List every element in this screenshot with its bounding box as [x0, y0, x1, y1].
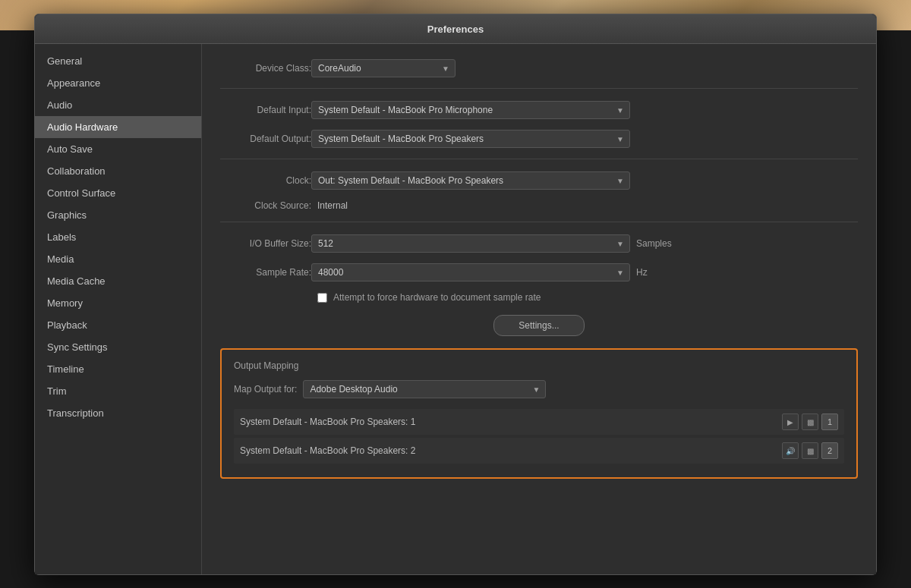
map-output-for-label: Map Output for:	[234, 384, 297, 395]
output-item: System Default - MacBook Pro Speakers: 2…	[234, 438, 844, 464]
map-output-select-wrapper: Adobe Desktop Audio ▼	[303, 380, 546, 398]
output-item-number-badge: 1	[821, 413, 838, 430]
clock-select[interactable]: Out: System Default - MacBook Pro Speake…	[311, 171, 630, 190]
device-class-row: Device Class: CoreAudio ▼	[220, 59, 858, 77]
default-input-row: Default Input: System Default - MacBook …	[220, 101, 858, 119]
default-input-select[interactable]: System Default - MacBook Pro Microphone	[311, 101, 630, 119]
device-class-select[interactable]: CoreAudio	[311, 59, 456, 77]
sidebar-item-graphics[interactable]: Graphics	[35, 204, 201, 226]
map-output-select[interactable]: Adobe Desktop Audio	[303, 380, 546, 398]
force-hardware-row: Attempt to force hardware to document sa…	[317, 292, 858, 303]
preferences-dialog: Preferences GeneralAppearanceAudioAudio …	[34, 14, 877, 575]
settings-btn-container: Settings...	[220, 315, 858, 336]
force-hardware-checkbox[interactable]	[317, 293, 327, 303]
sidebar-item-appearance[interactable]: Appearance	[35, 72, 201, 94]
sidebar-item-timeline[interactable]: Timeline	[35, 358, 201, 380]
sidebar-item-playback[interactable]: Playback	[35, 314, 201, 336]
clock-select-wrapper: Out: System Default - MacBook Pro Speake…	[311, 171, 630, 190]
samples-unit-label: Samples	[636, 238, 672, 249]
settings-button[interactable]: Settings...	[493, 315, 584, 336]
output-item: System Default - MacBook Pro Speakers: 1…	[234, 409, 844, 435]
sidebar-item-media-cache[interactable]: Media Cache	[35, 270, 201, 292]
dialog-title: Preferences	[427, 24, 484, 35]
device-class-select-wrapper: CoreAudio ▼	[311, 59, 456, 77]
output-list: System Default - MacBook Pro Speakers: 1…	[234, 409, 844, 464]
output-mapping-title: Output Mapping	[234, 360, 844, 371]
output-item-channel-icon[interactable]: ▩	[802, 442, 818, 459]
output-item-controls: ▶▩1	[782, 413, 838, 430]
output-item-speaker-icon[interactable]: 🔊	[782, 442, 799, 459]
output-item-label: System Default - MacBook Pro Speakers: 2	[240, 445, 415, 456]
sidebar-item-labels[interactable]: Labels	[35, 226, 201, 248]
clock-source-label: Clock Source:	[220, 200, 311, 211]
default-output-label: Default Output:	[220, 134, 311, 144]
map-output-row: Map Output for: Adobe Desktop Audio ▼	[234, 380, 844, 398]
output-item-number-badge: 2	[821, 442, 838, 459]
divider-1	[220, 88, 858, 89]
buffer-size-label: I/O Buffer Size:	[220, 238, 311, 249]
sidebar-item-general[interactable]: General	[35, 50, 201, 72]
clock-source-row: Clock Source: Internal	[220, 200, 858, 211]
default-output-select[interactable]: System Default - MacBook Pro Speakers	[311, 130, 630, 148]
divider-2	[220, 159, 858, 159]
sample-rate-select-wrapper: 48000 ▼	[311, 263, 630, 281]
sidebar-item-sync-settings[interactable]: Sync Settings	[35, 336, 201, 358]
default-output-select-wrapper: System Default - MacBook Pro Speakers ▼	[311, 130, 630, 148]
modal-body: GeneralAppearanceAudioAudio HardwareAuto…	[35, 44, 876, 574]
sample-rate-row: Sample Rate: 48000 ▼ Hz	[220, 263, 858, 281]
sidebar-item-collaboration[interactable]: Collaboration	[35, 160, 201, 182]
sidebar-item-control-surface[interactable]: Control Surface	[35, 182, 201, 204]
sample-rate-label: Sample Rate:	[220, 267, 311, 278]
default-input-label: Default Input:	[220, 105, 311, 115]
sidebar-item-memory[interactable]: Memory	[35, 292, 201, 314]
sidebar-item-audio-hardware[interactable]: Audio Hardware	[35, 116, 201, 138]
output-item-speaker-right-icon[interactable]: ▶	[782, 413, 799, 430]
output-item-channel-icon[interactable]: ▩	[802, 413, 818, 430]
sidebar-item-audio[interactable]: Audio	[35, 94, 201, 116]
divider-3	[220, 222, 858, 222]
default-input-select-wrapper: System Default - MacBook Pro Microphone …	[311, 101, 630, 119]
sidebar-item-transcription[interactable]: Transcription	[35, 402, 201, 424]
clock-row: Clock: Out: System Default - MacBook Pro…	[220, 171, 858, 190]
default-output-row: Default Output: System Default - MacBook…	[220, 130, 858, 148]
sidebar: GeneralAppearanceAudioAudio HardwareAuto…	[35, 44, 202, 574]
title-bar: Preferences	[35, 14, 876, 44]
sidebar-item-media[interactable]: Media	[35, 248, 201, 270]
buffer-size-row: I/O Buffer Size: 512 ▼ Samples	[220, 234, 858, 253]
content-area: Device Class: CoreAudio ▼ Default Input:…	[202, 44, 876, 574]
sample-rate-select[interactable]: 48000	[311, 263, 630, 281]
sidebar-item-auto-save[interactable]: Auto Save	[35, 138, 201, 160]
clock-source-value: Internal	[317, 200, 348, 211]
force-hardware-label: Attempt to force hardware to document sa…	[333, 292, 541, 303]
buffer-select-wrapper: 512 ▼	[311, 234, 630, 253]
sidebar-item-trim[interactable]: Trim	[35, 380, 201, 402]
clock-label: Clock:	[220, 175, 311, 186]
hz-unit-label: Hz	[636, 267, 648, 278]
output-item-controls: 🔊▩2	[782, 442, 838, 459]
buffer-size-select[interactable]: 512	[311, 234, 630, 253]
device-class-label: Device Class:	[220, 63, 311, 74]
output-item-label: System Default - MacBook Pro Speakers: 1	[240, 417, 415, 427]
output-mapping-section: Output Mapping Map Output for: Adobe Des…	[220, 348, 858, 479]
